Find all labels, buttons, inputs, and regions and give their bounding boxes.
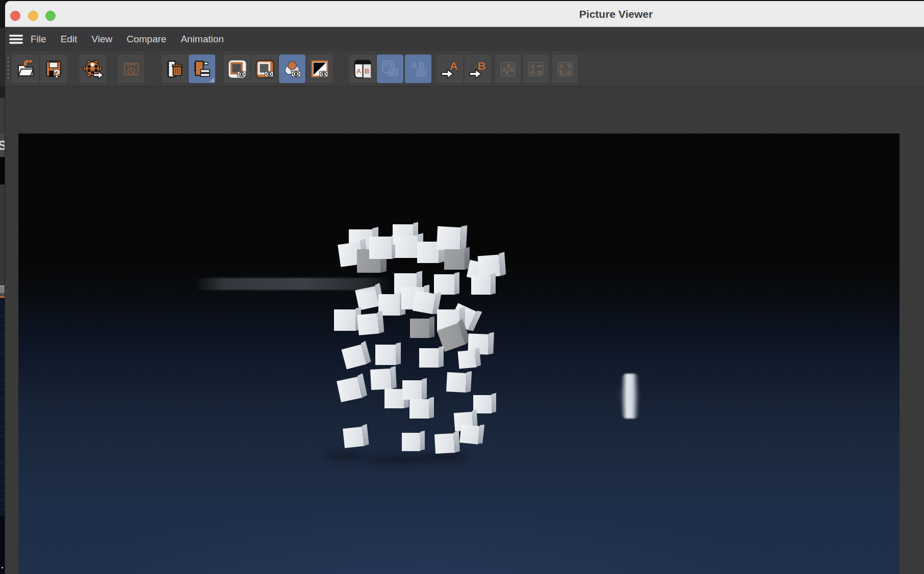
set-image-a-button[interactable]: A (437, 55, 463, 83)
a-b-eye-faded-icon: A B (380, 59, 401, 80)
cube (434, 274, 454, 295)
cube (370, 369, 392, 390)
svg-text:B: B (477, 60, 485, 72)
svg-text:A: A (384, 62, 388, 68)
render-settings-button[interactable] (80, 55, 106, 83)
swap-ab-icon: A B (498, 59, 519, 80)
image-frame-eye-icon (227, 59, 248, 80)
cube (410, 319, 429, 338)
show-image-button[interactable] (224, 55, 250, 83)
open-image-button[interactable] (12, 55, 39, 83)
menu-animation[interactable]: Animation (181, 34, 224, 45)
cube-shadow (365, 455, 431, 464)
cube (357, 313, 379, 335)
menu-edit[interactable]: Edit (61, 34, 78, 45)
background-app-edge: S (0, 0, 5, 574)
filmstrip-layers-icon (192, 59, 213, 80)
cube (434, 433, 455, 454)
frame-border-eye-icon (254, 59, 275, 80)
rgb-circles-eye-icon (282, 59, 303, 80)
svg-text:B: B (567, 69, 571, 75)
svg-text:B: B (418, 60, 425, 70)
svg-text:B: B (364, 67, 369, 74)
image-history-button[interactable] (189, 55, 215, 83)
cube (419, 348, 439, 368)
cube (437, 226, 461, 251)
cube (446, 372, 467, 393)
ab-cycle-icon: A B (555, 59, 576, 80)
svg-text:B: B (509, 66, 514, 73)
cube (478, 255, 501, 278)
svg-text:A: A (356, 67, 361, 74)
cube (369, 237, 392, 259)
cube-shadow (423, 453, 469, 461)
cube (409, 399, 429, 419)
ab-cycle-button[interactable]: A B (552, 55, 578, 83)
cube (413, 291, 436, 314)
toolbar-grip[interactable] (7, 57, 9, 82)
cube (342, 345, 367, 370)
cube (395, 236, 418, 258)
svg-text:B: B (530, 69, 534, 75)
cube (459, 424, 480, 445)
svg-text:?: ? (54, 67, 60, 79)
toolbar: ? (5, 51, 924, 87)
open-folder-icon (15, 59, 36, 80)
compare-ab-button[interactable]: A B (349, 55, 376, 83)
picture-viewer-window: Picture Viewer File Edit View Compare An… (5, 1, 924, 574)
alpha-bw-eye-icon (310, 59, 330, 80)
swap-ab-button[interactable]: A B (495, 55, 521, 83)
menubar: File Edit View Compare Animation (5, 27, 924, 51)
clapperboard-stop-icon (121, 59, 142, 80)
close-button[interactable] (10, 11, 20, 21)
ab-difference-button[interactable]: A B (523, 55, 549, 83)
show-alpha-button[interactable] (306, 55, 333, 83)
cube (334, 309, 355, 331)
titlebar: Picture Viewer (5, 1, 924, 27)
compare-b-visible-button[interactable]: A B (405, 55, 431, 83)
window-title: Picture Viewer (579, 1, 653, 27)
remove-image-button[interactable] (162, 55, 188, 83)
arrow-to-a-icon: A (440, 59, 460, 80)
svg-text:A: A (559, 62, 563, 68)
cube (343, 427, 364, 448)
arrow-to-b-icon: B (468, 59, 489, 80)
gear-icon (83, 59, 104, 80)
svg-text:A: A (502, 66, 506, 73)
cube (402, 433, 420, 451)
menu-file[interactable]: File (31, 34, 46, 45)
background-app-label-fragment: S (0, 134, 5, 157)
cube (402, 380, 422, 400)
dust-streak (194, 278, 393, 290)
menu-compare[interactable]: Compare (126, 34, 166, 45)
viewport (5, 87, 924, 574)
filmstrip-trash-icon (165, 59, 186, 80)
cube (337, 377, 362, 402)
zoom-button[interactable] (45, 11, 56, 21)
cube (458, 350, 477, 369)
hamburger-menu-icon[interactable] (9, 35, 23, 44)
screen: { "window": { "title": "Picture Viewer" … (0, 0, 924, 574)
cube (417, 242, 439, 263)
compare-a-visible-button[interactable]: A B (377, 55, 403, 83)
svg-text:B: B (389, 62, 392, 68)
stop-render-button[interactable] (118, 55, 144, 83)
cube (375, 345, 396, 365)
show-border-button[interactable] (251, 55, 278, 83)
rendered-image[interactable] (18, 134, 900, 574)
svg-text:A: A (449, 60, 457, 72)
blurred-pillar (621, 374, 639, 419)
save-image-button[interactable]: ? (40, 55, 67, 83)
minimize-button[interactable] (28, 11, 38, 21)
ab-split-icon: A B (352, 59, 373, 80)
menu-view[interactable]: View (91, 34, 112, 45)
cube (444, 249, 465, 270)
cube (384, 389, 404, 408)
svg-text:A: A (530, 63, 534, 69)
ab-difference-icon: A B (526, 59, 547, 80)
set-image-b-button[interactable]: B (465, 55, 491, 83)
floppy-save-icon: ? (43, 59, 64, 80)
svg-text:A: A (411, 60, 418, 70)
cube-shadow (324, 452, 365, 460)
show-channels-button[interactable] (279, 55, 305, 83)
